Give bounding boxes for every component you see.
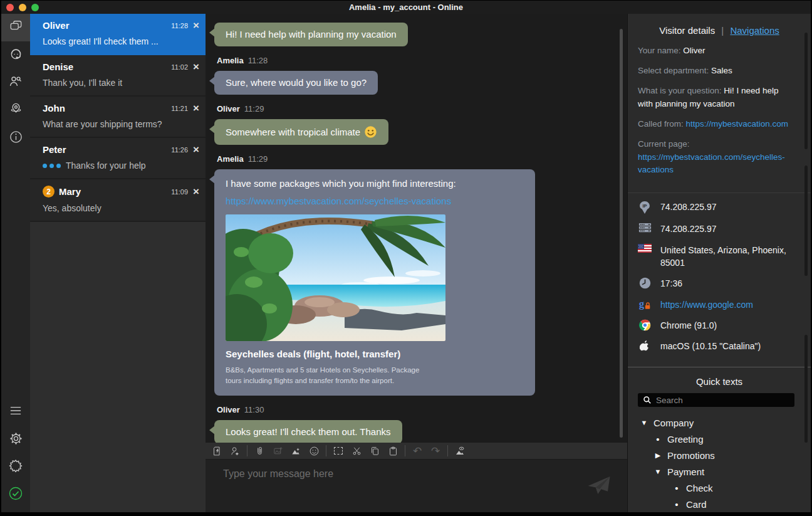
- pre-chat-survey: Your name: Oliver Select department: Sal…: [628, 45, 811, 191]
- visitor-panel: Visitor details | Navigations Your name:…: [627, 14, 811, 512]
- svg-text:g: g: [639, 298, 645, 310]
- bullet-icon: •: [672, 499, 682, 510]
- current-page-link[interactable]: https://mybestvacation.com/seychelles-va…: [638, 152, 785, 175]
- message-author-row: Oliver11:30: [217, 405, 612, 414]
- called-from-link[interactable]: https://mybestvacation.com: [686, 119, 789, 129]
- message-link[interactable]: https://www.mybestvacation.com/seychelle…: [226, 196, 524, 207]
- undo-button[interactable]: ↶: [411, 445, 424, 457]
- tree-item-check[interactable]: •Check: [638, 480, 811, 496]
- panel-scrollbar[interactable]: [804, 166, 808, 276]
- google-referrer-icon: g: [638, 298, 652, 311]
- panel-scrollbar[interactable]: [804, 335, 808, 443]
- composer-toolbar: ↶ ↷: [206, 443, 627, 459]
- chat-list-item[interactable]: John 11:21 × What are your shipping term…: [30, 97, 206, 138]
- upload-image-button[interactable]: [271, 445, 284, 457]
- chat-list-item[interactable]: Oliver 11:28 × Looks great! I'll check t…: [30, 14, 206, 55]
- chat-name: Oliver: [43, 20, 70, 31]
- chat-preview: Thank you, I'll take it: [43, 78, 122, 88]
- local-time-value: 17:36: [660, 277, 682, 290]
- chat-scrollbar[interactable]: [620, 29, 623, 438]
- remote-view-button[interactable]: [454, 445, 466, 457]
- message-history[interactable]: Hi! I need help with planning my vacatio…: [206, 14, 627, 443]
- message-author-row: Oliver11:29: [217, 104, 612, 113]
- os-value: macOS (10.15 "Catalina"): [660, 340, 761, 352]
- canned-responses-button[interactable]: [211, 445, 223, 457]
- selection-rectangle-icon: [334, 447, 343, 455]
- referrer-link[interactable]: https://www.google.com: [660, 298, 753, 311]
- rail-chats-button[interactable]: [1, 14, 30, 41]
- copy-button[interactable]: [368, 445, 381, 457]
- chat-preview: Looks great! I'll check them ...: [43, 36, 159, 46]
- app-window: Amelia - my_account - Online: [1, 1, 811, 512]
- window-title: Amelia - my_account - Online: [1, 3, 811, 12]
- chrome-icon: [638, 319, 652, 331]
- info-icon: [9, 130, 23, 147]
- agent-headset-icon: [9, 47, 23, 64]
- chat-name: Peter: [43, 144, 66, 155]
- close-chat-icon[interactable]: ×: [193, 188, 199, 196]
- chat-list-item[interactable]: Peter 11:26 × Thanks for your help: [30, 138, 206, 179]
- send-screenshot-button[interactable]: [289, 445, 302, 457]
- message-input[interactable]: [223, 468, 583, 506]
- select-area-button[interactable]: [332, 445, 345, 457]
- close-chat-icon[interactable]: ×: [193, 146, 199, 154]
- rail-map-button[interactable]: [1, 97, 30, 124]
- rail-status-button[interactable]: [1, 481, 30, 508]
- caret-right-icon: ▶: [653, 451, 663, 460]
- message-bubble: Hi! I need help with planning my vacatio…: [214, 23, 408, 46]
- chat-name: Denise: [43, 61, 73, 72]
- clock-icon: [638, 277, 652, 289]
- host-server-icon: [638, 223, 652, 233]
- emoji-button[interactable]: [308, 445, 320, 457]
- tree-item-company[interactable]: ▼Company: [638, 414, 811, 431]
- visitors-icon: [8, 74, 23, 92]
- rail-settings-button[interactable]: [1, 426, 30, 453]
- paper-plane-icon: [585, 472, 613, 498]
- tree-item-card[interactable]: •Card: [638, 496, 811, 512]
- bullet-icon: •: [672, 483, 682, 493]
- attach-file-icon[interactable]: [253, 445, 266, 457]
- chat-preview: Yes, absolutely: [43, 203, 102, 213]
- chat-name: Mary: [59, 186, 81, 197]
- department-value: Sales: [711, 66, 732, 75]
- left-rail: [1, 14, 30, 512]
- chat-time: 11:28: [171, 22, 188, 29]
- rail-agents-button[interactable]: [1, 41, 30, 69]
- tab-visitor-details[interactable]: Visitor details: [659, 25, 715, 36]
- search-input[interactable]: [656, 396, 789, 405]
- tree-item-promotions[interactable]: ▶Promotions: [638, 447, 811, 463]
- close-chat-icon[interactable]: ×: [193, 63, 199, 71]
- redo-button[interactable]: ↷: [429, 445, 442, 457]
- seychelles-beach-photo[interactable]: [226, 214, 445, 341]
- send-button[interactable]: [585, 472, 613, 501]
- cut-button[interactable]: [350, 445, 363, 457]
- chat-time: 11:02: [171, 63, 188, 71]
- close-chat-icon[interactable]: ×: [193, 22, 199, 29]
- tree-item-payment[interactable]: ▼Payment: [638, 463, 811, 480]
- close-chat-icon[interactable]: ×: [193, 105, 199, 112]
- unread-badge: 2: [43, 186, 55, 197]
- chat-time: 11:09: [171, 188, 188, 196]
- chats-icon: [9, 19, 23, 36]
- chat-list-empty-area: [30, 222, 206, 512]
- caret-down-icon: ▼: [653, 468, 663, 475]
- chat-list-item[interactable]: Denise 11:02 × Thank you, I'll take it: [30, 55, 206, 97]
- rail-info-button[interactable]: [1, 124, 30, 152]
- quick-texts-search[interactable]: [638, 393, 794, 407]
- tab-navigations[interactable]: Navigations: [730, 25, 779, 36]
- rail-theme-button[interactable]: [1, 453, 30, 481]
- rail-menu-button[interactable]: [1, 398, 30, 426]
- link-card-title: Seychelles deals (flight, hotel, transfe…: [226, 349, 524, 360]
- svg-text:IP: IP: [642, 204, 647, 209]
- visitor-technical-info: IP74.208.225.97 74.208.225.97 United Sta…: [628, 201, 811, 364]
- chat-list-item[interactable]: 2 Mary 11:09 × Yes, absolutely: [30, 179, 206, 222]
- hamburger-menu-icon: [9, 405, 23, 419]
- paste-button[interactable]: [387, 445, 399, 457]
- panel-scrollbar[interactable]: [804, 33, 808, 149]
- invite-agent-button[interactable]: [229, 445, 241, 457]
- tree-item-greeting[interactable]: •Greeting: [638, 431, 811, 447]
- message-bubble: Somewhere with tropical climate: [214, 119, 388, 145]
- us-flag-icon: [638, 244, 652, 253]
- smiley-emoji-icon: [364, 125, 377, 139]
- rail-visitors-button[interactable]: [1, 69, 30, 97]
